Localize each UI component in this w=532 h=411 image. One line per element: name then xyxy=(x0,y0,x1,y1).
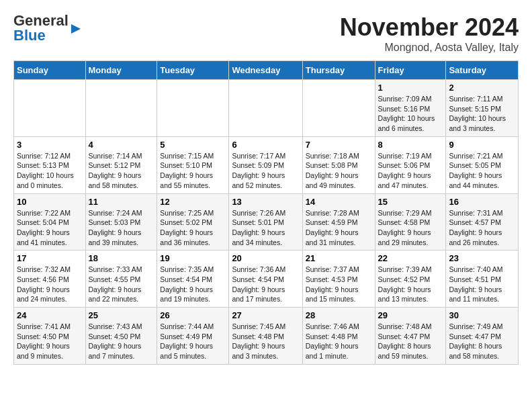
day-number: 1 xyxy=(378,83,443,93)
calendar-body: 1Sunrise: 7:09 AM Sunset: 5:16 PM Daylig… xyxy=(14,80,519,365)
calendar-cell: 1Sunrise: 7:09 AM Sunset: 5:16 PM Daylig… xyxy=(375,80,446,137)
svg-marker-0 xyxy=(71,24,81,34)
calendar-cell: 17Sunrise: 7:32 AM Sunset: 4:56 PM Dayli… xyxy=(14,250,86,308)
day-number: 12 xyxy=(160,197,226,207)
calendar-cell: 4Sunrise: 7:14 AM Sunset: 5:12 PM Daylig… xyxy=(85,136,157,193)
day-info: Sunrise: 7:18 AM Sunset: 5:08 PM Dayligh… xyxy=(306,151,372,191)
weekday-header-monday: Monday xyxy=(85,61,157,80)
day-number: 22 xyxy=(378,253,443,263)
calendar-cell: 24Sunrise: 7:41 AM Sunset: 4:50 PM Dayli… xyxy=(14,308,86,365)
day-number: 11 xyxy=(89,197,154,207)
day-info: Sunrise: 7:29 AM Sunset: 4:58 PM Dayligh… xyxy=(378,208,443,248)
calendar-cell: 19Sunrise: 7:35 AM Sunset: 4:54 PM Dayli… xyxy=(157,250,229,308)
calendar-cell: 23Sunrise: 7:40 AM Sunset: 4:51 PM Dayli… xyxy=(446,250,519,308)
day-info: Sunrise: 7:45 AM Sunset: 4:48 PM Dayligh… xyxy=(232,322,299,361)
logo-blue: Blue xyxy=(13,27,46,44)
calendar-cell: 22Sunrise: 7:39 AM Sunset: 4:52 PM Dayli… xyxy=(375,250,446,308)
day-number: 28 xyxy=(306,310,372,320)
day-number: 20 xyxy=(232,253,299,263)
day-number: 19 xyxy=(160,253,226,263)
day-number: 18 xyxy=(89,253,154,263)
day-number: 4 xyxy=(89,140,154,150)
calendar-cell: 11Sunrise: 7:24 AM Sunset: 5:03 PM Dayli… xyxy=(85,193,157,250)
calendar-cell: 12Sunrise: 7:25 AM Sunset: 5:02 PM Dayli… xyxy=(157,193,229,250)
day-number: 13 xyxy=(232,197,299,207)
calendar-cell: 15Sunrise: 7:29 AM Sunset: 4:58 PM Dayli… xyxy=(375,193,446,250)
weekday-header-friday: Friday xyxy=(375,61,446,80)
location: Mongnod, Aosta Valley, Italy xyxy=(340,42,519,54)
day-number: 25 xyxy=(89,310,154,320)
calendar-cell xyxy=(229,80,302,137)
calendar-cell: 27Sunrise: 7:45 AM Sunset: 4:48 PM Dayli… xyxy=(229,308,302,365)
calendar-cell: 7Sunrise: 7:18 AM Sunset: 5:08 PM Daylig… xyxy=(302,136,375,193)
day-number: 6 xyxy=(232,140,299,150)
day-number: 30 xyxy=(449,310,515,320)
calendar-cell: 26Sunrise: 7:44 AM Sunset: 4:49 PM Dayli… xyxy=(157,308,229,365)
calendar-week-row: 10Sunrise: 7:22 AM Sunset: 5:04 PM Dayli… xyxy=(14,193,519,250)
day-info: Sunrise: 7:21 AM Sunset: 5:05 PM Dayligh… xyxy=(449,151,515,191)
day-info: Sunrise: 7:32 AM Sunset: 4:56 PM Dayligh… xyxy=(17,265,83,304)
day-info: Sunrise: 7:24 AM Sunset: 5:03 PM Dayligh… xyxy=(89,208,154,248)
calendar-cell: 14Sunrise: 7:28 AM Sunset: 4:59 PM Dayli… xyxy=(302,193,375,250)
day-info: Sunrise: 7:22 AM Sunset: 5:04 PM Dayligh… xyxy=(17,208,83,248)
day-info: Sunrise: 7:36 AM Sunset: 4:54 PM Dayligh… xyxy=(232,265,299,304)
calendar-cell: 6Sunrise: 7:17 AM Sunset: 5:09 PM Daylig… xyxy=(229,136,302,193)
logo-arrow-icon xyxy=(70,23,82,35)
day-number: 8 xyxy=(378,140,443,150)
calendar-cell: 18Sunrise: 7:33 AM Sunset: 4:55 PM Dayli… xyxy=(85,250,157,308)
calendar-cell: 3Sunrise: 7:12 AM Sunset: 5:13 PM Daylig… xyxy=(14,136,86,193)
day-number: 24 xyxy=(17,310,83,320)
weekday-header-saturday: Saturday xyxy=(446,61,519,80)
day-number: 26 xyxy=(160,310,226,320)
calendar-cell: 29Sunrise: 7:48 AM Sunset: 4:47 PM Dayli… xyxy=(375,308,446,365)
day-info: Sunrise: 7:17 AM Sunset: 5:09 PM Dayligh… xyxy=(232,151,299,191)
day-number: 5 xyxy=(160,140,226,150)
header: General Blue November 2024 Mongnod, Aost… xyxy=(13,13,519,54)
month-title: November 2024 xyxy=(340,13,519,42)
title-area: November 2024 Mongnod, Aosta Valley, Ita… xyxy=(340,13,519,54)
day-number: 7 xyxy=(306,140,372,150)
day-number: 10 xyxy=(17,197,83,207)
day-info: Sunrise: 7:11 AM Sunset: 5:15 PM Dayligh… xyxy=(449,94,515,134)
day-info: Sunrise: 7:15 AM Sunset: 5:10 PM Dayligh… xyxy=(160,151,226,191)
calendar-cell: 30Sunrise: 7:49 AM Sunset: 4:47 PM Dayli… xyxy=(446,308,519,365)
day-info: Sunrise: 7:35 AM Sunset: 4:54 PM Dayligh… xyxy=(160,265,226,304)
calendar-week-row: 24Sunrise: 7:41 AM Sunset: 4:50 PM Dayli… xyxy=(14,308,519,365)
calendar-week-row: 1Sunrise: 7:09 AM Sunset: 5:16 PM Daylig… xyxy=(14,80,519,137)
day-number: 29 xyxy=(378,310,443,320)
day-number: 9 xyxy=(449,140,515,150)
day-info: Sunrise: 7:39 AM Sunset: 4:52 PM Dayligh… xyxy=(378,265,443,304)
day-number: 16 xyxy=(449,197,515,207)
calendar-header-row: SundayMondayTuesdayWednesdayThursdayFrid… xyxy=(14,61,519,80)
calendar-cell: 25Sunrise: 7:43 AM Sunset: 4:50 PM Dayli… xyxy=(85,308,157,365)
day-info: Sunrise: 7:26 AM Sunset: 5:01 PM Dayligh… xyxy=(232,208,299,248)
day-number: 17 xyxy=(17,253,83,263)
day-info: Sunrise: 7:37 AM Sunset: 4:53 PM Dayligh… xyxy=(306,265,372,304)
calendar-cell: 20Sunrise: 7:36 AM Sunset: 4:54 PM Dayli… xyxy=(229,250,302,308)
day-number: 2 xyxy=(449,83,515,93)
calendar-week-row: 3Sunrise: 7:12 AM Sunset: 5:13 PM Daylig… xyxy=(14,136,519,193)
day-number: 15 xyxy=(378,197,443,207)
day-info: Sunrise: 7:44 AM Sunset: 4:49 PM Dayligh… xyxy=(160,322,226,361)
weekday-header-wednesday: Wednesday xyxy=(229,61,302,80)
calendar-cell: 28Sunrise: 7:46 AM Sunset: 4:48 PM Dayli… xyxy=(302,308,375,365)
calendar-cell xyxy=(14,80,86,137)
day-number: 21 xyxy=(306,253,372,263)
day-info: Sunrise: 7:46 AM Sunset: 4:48 PM Dayligh… xyxy=(306,322,372,361)
weekday-header-tuesday: Tuesday xyxy=(157,61,229,80)
day-info: Sunrise: 7:12 AM Sunset: 5:13 PM Dayligh… xyxy=(17,151,83,191)
calendar-cell: 13Sunrise: 7:26 AM Sunset: 5:01 PM Dayli… xyxy=(229,193,302,250)
day-info: Sunrise: 7:43 AM Sunset: 4:50 PM Dayligh… xyxy=(89,322,154,361)
weekday-header-sunday: Sunday xyxy=(14,61,86,80)
day-info: Sunrise: 7:33 AM Sunset: 4:55 PM Dayligh… xyxy=(89,265,154,304)
day-info: Sunrise: 7:25 AM Sunset: 5:02 PM Dayligh… xyxy=(160,208,226,248)
day-info: Sunrise: 7:14 AM Sunset: 5:12 PM Dayligh… xyxy=(89,151,154,191)
calendar-cell: 8Sunrise: 7:19 AM Sunset: 5:06 PM Daylig… xyxy=(375,136,446,193)
calendar-cell xyxy=(302,80,375,137)
day-number: 23 xyxy=(449,253,515,263)
logo: General Blue xyxy=(13,13,82,43)
day-info: Sunrise: 7:31 AM Sunset: 4:57 PM Dayligh… xyxy=(449,208,515,248)
day-number: 27 xyxy=(232,310,299,320)
day-info: Sunrise: 7:19 AM Sunset: 5:06 PM Dayligh… xyxy=(378,151,443,191)
day-info: Sunrise: 7:41 AM Sunset: 4:50 PM Dayligh… xyxy=(17,322,83,361)
